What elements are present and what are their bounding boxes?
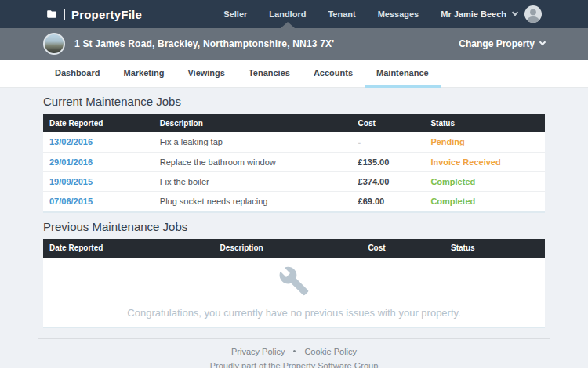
column-header-description: Description: [154, 114, 352, 132]
previous-jobs-title: Previous Maintenance Jobs: [43, 220, 545, 233]
primary-nav: Seller Landlord Tenant Messages: [212, 0, 430, 28]
dot-separator: [293, 350, 296, 352]
job-date-link[interactable]: 29/01/2016: [43, 152, 154, 171]
brand-name: PropertyFile: [71, 8, 142, 21]
footer-links: Privacy Policy Cookie Policy: [38, 347, 550, 356]
nav-item-messages[interactable]: Messages: [367, 0, 430, 28]
current-jobs-table: Date Reported Description Cost Status 13…: [43, 114, 545, 213]
brand-divider: [64, 9, 65, 20]
folder-icon: [45, 9, 58, 20]
main-content: Current Maintenance Jobs Date Reported D…: [0, 95, 588, 328]
job-date-link[interactable]: 19/09/2015: [43, 171, 154, 191]
table-row: 07/06/2015 Plug socket needs replacing £…: [43, 191, 545, 211]
column-header-status: Status: [445, 239, 545, 258]
column-header-date: Date Reported: [43, 114, 154, 132]
table-row: 19/09/2015 Fix the boiler £374.00 Comple…: [43, 171, 545, 191]
user-avatar[interactable]: [524, 5, 543, 23]
nav-item-tenant[interactable]: Tenant: [317, 0, 366, 28]
tab-viewings[interactable]: Viewings: [176, 60, 236, 88]
job-cost: £374.00: [352, 171, 425, 191]
column-header-description: Description: [214, 239, 362, 258]
change-property-label: Change Property: [459, 38, 535, 49]
privacy-policy-link[interactable]: Privacy Policy: [231, 347, 285, 356]
property-bar: 1 St James Road, Brackley, Northamptonsh…: [0, 28, 588, 60]
job-status-badge: Pending: [424, 132, 545, 152]
column-header-status: Status: [424, 114, 545, 132]
empty-state-message: Congratulations, you currently have no p…: [127, 307, 460, 319]
job-status-badge: Completed: [424, 191, 545, 211]
table-header-row: Date Reported Description Cost Status: [43, 114, 545, 132]
current-jobs-title: Current Maintenance Jobs: [43, 95, 545, 108]
wrench-icon: [278, 265, 310, 300]
column-header-cost: Cost: [361, 239, 445, 258]
job-description: Replace the bathroom window: [154, 152, 352, 171]
tab-tenancies[interactable]: Tenancies: [237, 60, 302, 88]
job-cost: £69.00: [352, 191, 425, 211]
nav-item-seller[interactable]: Seller: [212, 0, 258, 28]
brand-logo[interactable]: PropertyFile: [45, 8, 142, 21]
user-menu[interactable]: Mr Jamie Beech: [441, 5, 543, 23]
tab-accounts[interactable]: Accounts: [302, 60, 365, 88]
top-navbar: PropertyFile Seller Landlord Tenant Mess…: [0, 0, 588, 28]
previous-jobs-table: Date Reported Description Cost Status Co…: [43, 239, 545, 328]
job-description: Fix the boiler: [154, 171, 352, 191]
footer-tagline: Proudly part of the Property Software Gr…: [38, 361, 550, 368]
tab-marketing[interactable]: Marketing: [111, 60, 176, 88]
previous-jobs-empty-state: Congratulations, you currently have no p…: [43, 258, 545, 327]
nav-item-landlord[interactable]: Landlord: [258, 0, 317, 28]
table-header-row: Date Reported Description Cost Status: [43, 239, 545, 258]
tab-dashboard[interactable]: Dashboard: [43, 60, 111, 88]
page-footer: Privacy Policy Cookie Policy Proudly par…: [38, 338, 550, 368]
job-status-badge: Invoice Received: [424, 152, 545, 171]
cookie-policy-link[interactable]: Cookie Policy: [304, 347, 357, 356]
property-photo: [43, 33, 65, 55]
table-row: 13/02/2016 Fix a leaking tap - Pending: [43, 132, 545, 152]
table-row: 29/01/2016 Replace the bathroom window £…: [43, 152, 545, 171]
job-description: Plug socket needs replacing: [154, 191, 352, 211]
job-date-link[interactable]: 07/06/2015: [43, 191, 154, 211]
job-description: Fix a leaking tap: [154, 132, 352, 152]
job-cost: £135.00: [352, 152, 425, 171]
property-address: 1 St James Road, Brackley, Northamptonsh…: [74, 38, 334, 49]
user-name: Mr Jamie Beech: [441, 9, 506, 19]
change-property-button[interactable]: Change Property: [459, 38, 545, 49]
column-header-cost: Cost: [352, 114, 425, 132]
job-date-link[interactable]: 13/02/2016: [43, 132, 154, 152]
column-header-date: Date Reported: [43, 239, 214, 258]
job-cost: -: [352, 132, 425, 152]
chevron-down-icon: [512, 9, 518, 16]
section-tabs: Dashboard Marketing Viewings Tenancies A…: [0, 60, 588, 88]
chevron-down-icon: [539, 39, 546, 45]
job-status-badge: Completed: [424, 171, 545, 191]
tab-maintenance[interactable]: Maintenance: [365, 60, 441, 88]
